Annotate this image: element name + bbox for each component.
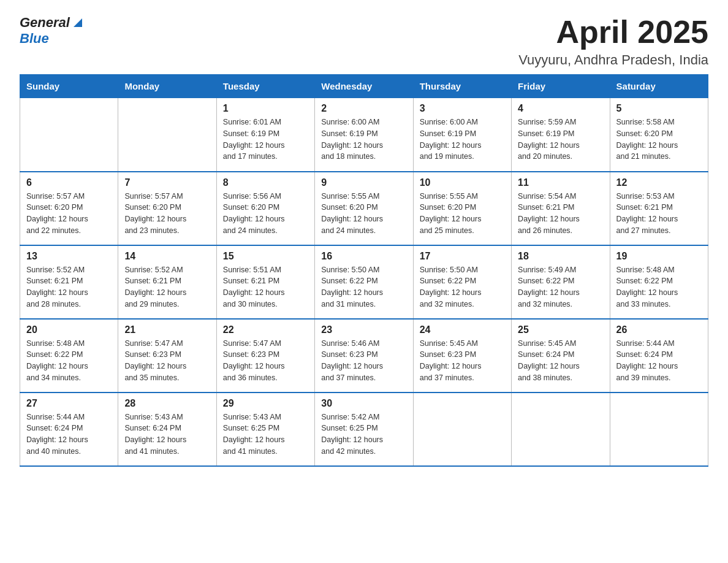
logo-triangle-icon bbox=[71, 16, 85, 29]
calendar-cell: 2Sunrise: 6:00 AM Sunset: 6:19 PM Daylig… bbox=[315, 98, 413, 172]
calendar-cell: 19Sunrise: 5:48 AM Sunset: 6:22 PM Dayli… bbox=[610, 245, 708, 319]
day-number: 16 bbox=[321, 251, 406, 262]
calendar-week-row: 27Sunrise: 5:44 AM Sunset: 6:24 PM Dayli… bbox=[20, 393, 708, 466]
day-number: 29 bbox=[223, 398, 308, 409]
calendar-cell bbox=[20, 98, 118, 172]
calendar-cell: 24Sunrise: 5:45 AM Sunset: 6:23 PM Dayli… bbox=[413, 319, 511, 393]
calendar-cell: 23Sunrise: 5:46 AM Sunset: 6:23 PM Dayli… bbox=[315, 319, 413, 393]
day-info: Sunrise: 6:00 AM Sunset: 6:19 PM Dayligh… bbox=[321, 117, 406, 163]
day-info: Sunrise: 5:52 AM Sunset: 6:21 PM Dayligh… bbox=[124, 264, 210, 310]
calendar-cell bbox=[118, 98, 216, 172]
day-number: 24 bbox=[420, 324, 505, 335]
day-info: Sunrise: 5:51 AM Sunset: 6:21 PM Dayligh… bbox=[223, 264, 308, 310]
day-number: 26 bbox=[616, 324, 702, 335]
day-number: 21 bbox=[124, 324, 210, 335]
day-info: Sunrise: 5:44 AM Sunset: 6:24 PM Dayligh… bbox=[616, 338, 702, 384]
calendar-cell: 29Sunrise: 5:43 AM Sunset: 6:25 PM Dayli… bbox=[216, 393, 314, 466]
day-number: 30 bbox=[321, 398, 406, 409]
calendar-cell: 16Sunrise: 5:50 AM Sunset: 6:22 PM Dayli… bbox=[315, 245, 413, 319]
calendar-cell bbox=[413, 393, 511, 466]
calendar-cell: 22Sunrise: 5:47 AM Sunset: 6:23 PM Dayli… bbox=[216, 319, 314, 393]
calendar-cell: 13Sunrise: 5:52 AM Sunset: 6:21 PM Dayli… bbox=[20, 245, 118, 319]
calendar-week-row: 20Sunrise: 5:48 AM Sunset: 6:22 PM Dayli… bbox=[20, 319, 708, 393]
calendar-header: Sunday Monday Tuesday Wednesday Thursday… bbox=[20, 75, 708, 98]
day-info: Sunrise: 5:48 AM Sunset: 6:22 PM Dayligh… bbox=[616, 264, 702, 310]
day-number: 14 bbox=[124, 251, 210, 262]
day-info: Sunrise: 5:50 AM Sunset: 6:22 PM Dayligh… bbox=[420, 264, 505, 310]
day-number: 27 bbox=[26, 398, 112, 409]
day-number: 2 bbox=[321, 103, 406, 114]
calendar-week-row: 6Sunrise: 5:57 AM Sunset: 6:20 PM Daylig… bbox=[20, 172, 708, 245]
calendar-cell: 1Sunrise: 6:01 AM Sunset: 6:19 PM Daylig… bbox=[216, 98, 314, 172]
calendar-cell bbox=[512, 393, 610, 466]
day-info: Sunrise: 5:53 AM Sunset: 6:21 PM Dayligh… bbox=[616, 191, 702, 237]
calendar-cell: 5Sunrise: 5:58 AM Sunset: 6:20 PM Daylig… bbox=[610, 98, 708, 172]
day-info: Sunrise: 5:50 AM Sunset: 6:22 PM Dayligh… bbox=[321, 264, 406, 310]
calendar-cell: 25Sunrise: 5:45 AM Sunset: 6:24 PM Dayli… bbox=[512, 319, 610, 393]
day-number: 13 bbox=[26, 251, 112, 262]
calendar-cell: 9Sunrise: 5:55 AM Sunset: 6:20 PM Daylig… bbox=[315, 172, 413, 245]
day-info: Sunrise: 5:55 AM Sunset: 6:20 PM Dayligh… bbox=[420, 191, 505, 237]
calendar-cell: 3Sunrise: 6:00 AM Sunset: 6:19 PM Daylig… bbox=[413, 98, 511, 172]
calendar-cell: 26Sunrise: 5:44 AM Sunset: 6:24 PM Dayli… bbox=[610, 319, 708, 393]
logo: General Blue bbox=[20, 15, 85, 47]
day-info: Sunrise: 5:47 AM Sunset: 6:23 PM Dayligh… bbox=[223, 338, 308, 384]
day-info: Sunrise: 5:43 AM Sunset: 6:24 PM Dayligh… bbox=[124, 412, 210, 458]
calendar-cell: 14Sunrise: 5:52 AM Sunset: 6:21 PM Dayli… bbox=[118, 245, 216, 319]
day-number: 7 bbox=[124, 177, 210, 188]
day-info: Sunrise: 5:45 AM Sunset: 6:24 PM Dayligh… bbox=[518, 338, 603, 384]
day-number: 25 bbox=[518, 324, 603, 335]
calendar-cell: 10Sunrise: 5:55 AM Sunset: 6:20 PM Dayli… bbox=[413, 172, 511, 245]
col-monday: Monday bbox=[118, 75, 216, 98]
calendar-cell: 15Sunrise: 5:51 AM Sunset: 6:21 PM Dayli… bbox=[216, 245, 314, 319]
day-info: Sunrise: 5:58 AM Sunset: 6:20 PM Dayligh… bbox=[616, 117, 702, 163]
svg-marker-0 bbox=[74, 18, 82, 27]
calendar-cell: 30Sunrise: 5:42 AM Sunset: 6:25 PM Dayli… bbox=[315, 393, 413, 466]
title-block: April 2025 Vuyyuru, Andhra Pradesh, Indi… bbox=[518, 15, 708, 68]
calendar-cell: 18Sunrise: 5:49 AM Sunset: 6:22 PM Dayli… bbox=[512, 245, 610, 319]
day-info: Sunrise: 5:47 AM Sunset: 6:23 PM Dayligh… bbox=[124, 338, 210, 384]
day-info: Sunrise: 5:59 AM Sunset: 6:19 PM Dayligh… bbox=[518, 117, 603, 163]
day-info: Sunrise: 5:57 AM Sunset: 6:20 PM Dayligh… bbox=[124, 191, 210, 237]
calendar-cell: 21Sunrise: 5:47 AM Sunset: 6:23 PM Dayli… bbox=[118, 319, 216, 393]
col-sunday: Sunday bbox=[20, 75, 118, 98]
day-info: Sunrise: 6:01 AM Sunset: 6:19 PM Dayligh… bbox=[223, 117, 308, 163]
logo-general-text: General bbox=[20, 15, 70, 31]
calendar-cell: 17Sunrise: 5:50 AM Sunset: 6:22 PM Dayli… bbox=[413, 245, 511, 319]
day-number: 10 bbox=[420, 177, 505, 188]
day-info: Sunrise: 5:48 AM Sunset: 6:22 PM Dayligh… bbox=[26, 338, 112, 384]
day-info: Sunrise: 5:42 AM Sunset: 6:25 PM Dayligh… bbox=[321, 412, 406, 458]
calendar-table: Sunday Monday Tuesday Wednesday Thursday… bbox=[20, 74, 708, 467]
calendar-body: 1Sunrise: 6:01 AM Sunset: 6:19 PM Daylig… bbox=[20, 98, 708, 466]
calendar-week-row: 1Sunrise: 6:01 AM Sunset: 6:19 PM Daylig… bbox=[20, 98, 708, 172]
day-number: 8 bbox=[223, 177, 308, 188]
day-info: Sunrise: 5:46 AM Sunset: 6:23 PM Dayligh… bbox=[321, 338, 406, 384]
calendar-cell: 20Sunrise: 5:48 AM Sunset: 6:22 PM Dayli… bbox=[20, 319, 118, 393]
day-number: 6 bbox=[26, 177, 112, 188]
day-info: Sunrise: 5:54 AM Sunset: 6:21 PM Dayligh… bbox=[518, 191, 603, 237]
col-wednesday: Wednesday bbox=[315, 75, 413, 98]
page-location: Vuyyuru, Andhra Pradesh, India bbox=[518, 52, 708, 68]
col-thursday: Thursday bbox=[413, 75, 511, 98]
page-header: General Blue April 2025 Vuyyuru, Andhra … bbox=[20, 15, 708, 68]
day-info: Sunrise: 6:00 AM Sunset: 6:19 PM Dayligh… bbox=[420, 117, 505, 163]
day-info: Sunrise: 5:55 AM Sunset: 6:20 PM Dayligh… bbox=[321, 191, 406, 237]
header-row: Sunday Monday Tuesday Wednesday Thursday… bbox=[20, 75, 708, 98]
calendar-cell: 12Sunrise: 5:53 AM Sunset: 6:21 PM Dayli… bbox=[610, 172, 708, 245]
day-info: Sunrise: 5:44 AM Sunset: 6:24 PM Dayligh… bbox=[26, 412, 112, 458]
day-number: 22 bbox=[223, 324, 308, 335]
day-info: Sunrise: 5:45 AM Sunset: 6:23 PM Dayligh… bbox=[420, 338, 505, 384]
day-number: 20 bbox=[26, 324, 112, 335]
day-number: 3 bbox=[420, 103, 505, 114]
day-number: 11 bbox=[518, 177, 603, 188]
calendar-cell: 27Sunrise: 5:44 AM Sunset: 6:24 PM Dayli… bbox=[20, 393, 118, 466]
day-number: 4 bbox=[518, 103, 603, 114]
day-number: 9 bbox=[321, 177, 406, 188]
logo-blue-text: Blue bbox=[20, 31, 49, 46]
page-title: April 2025 bbox=[518, 15, 708, 50]
day-info: Sunrise: 5:43 AM Sunset: 6:25 PM Dayligh… bbox=[223, 412, 308, 458]
day-info: Sunrise: 5:49 AM Sunset: 6:22 PM Dayligh… bbox=[518, 264, 603, 310]
col-friday: Friday bbox=[512, 75, 610, 98]
day-info: Sunrise: 5:52 AM Sunset: 6:21 PM Dayligh… bbox=[26, 264, 112, 310]
day-info: Sunrise: 5:56 AM Sunset: 6:20 PM Dayligh… bbox=[223, 191, 308, 237]
